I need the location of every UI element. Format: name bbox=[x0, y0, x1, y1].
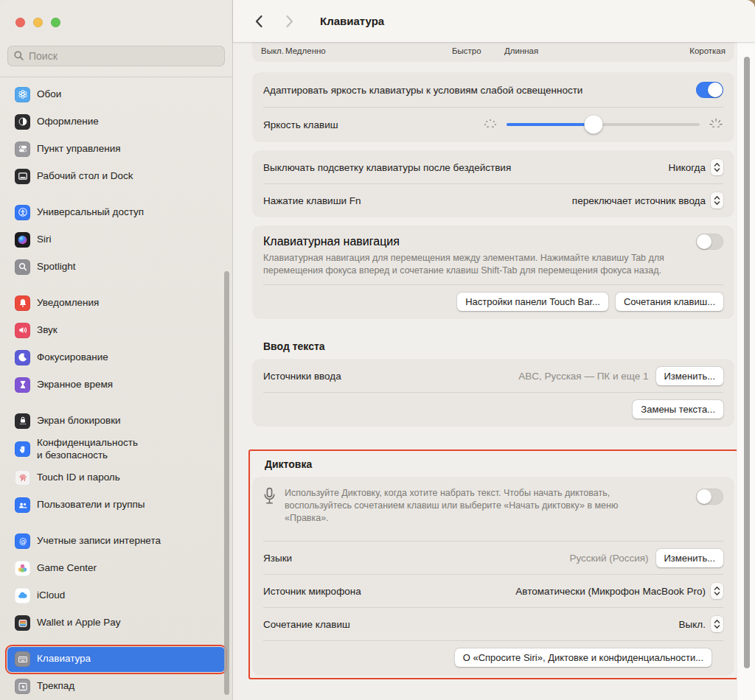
dictation-shortcut-value: Выкл. bbox=[679, 619, 706, 630]
sidebar-item-accessibility[interactable]: Универсальный доступ bbox=[7, 200, 225, 225]
dictation-toggle[interactable] bbox=[696, 489, 723, 505]
sidebar-item-internet-accounts[interactable]: @Учетные записи интернета bbox=[7, 529, 225, 554]
sidebar-item-sound[interactable]: Звук bbox=[7, 318, 225, 343]
backlight-card: Адаптировать яркость клавиатуры к услови… bbox=[253, 73, 734, 141]
lock-screen-icon bbox=[15, 413, 30, 429]
minimize-button[interactable] bbox=[33, 18, 43, 27]
sidebar-item-trackpad[interactable]: Трекпад bbox=[7, 674, 225, 699]
sidebar-item-control-center[interactable]: Пункт управления bbox=[7, 136, 225, 161]
control-center-icon bbox=[15, 141, 30, 157]
moon-icon bbox=[15, 350, 30, 365]
sidebar-item-wallpaper[interactable]: Обои bbox=[7, 82, 225, 107]
main-scrollbar[interactable] bbox=[744, 57, 750, 668]
game-center-icon bbox=[15, 561, 30, 576]
sidebar-group: Универсальный доступSiriSpotlight bbox=[7, 200, 225, 279]
key-repeat-card: Выкл. Медленно Быстро Длинная Короткая bbox=[253, 42, 734, 61]
sidebar-item-spotlight[interactable]: Spotlight bbox=[7, 254, 225, 279]
backlight-timeout-select[interactable]: Никогда bbox=[668, 159, 723, 175]
sidebar-item-screen-time[interactable]: Экранное время bbox=[7, 372, 225, 397]
microphone-icon bbox=[263, 487, 276, 509]
sidebar-item-label: Учетные записи интернета bbox=[37, 535, 161, 547]
chevron-up-down-icon bbox=[711, 159, 723, 175]
sidebar-item-keyboard[interactable]: Клавиатура bbox=[7, 647, 225, 672]
toolbar: Клавиатура bbox=[233, 0, 755, 42]
keyboard-brightness-low-icon bbox=[483, 118, 498, 131]
dictation-section-title: Диктовка bbox=[265, 458, 734, 470]
scrollbar-gutter bbox=[737, 42, 755, 700]
keyboard-nav-card: Клавиатурная навигация Клавиатурная нави… bbox=[253, 226, 734, 318]
about-siri-dictation-privacy-button[interactable]: О «Спросите Siri», Диктовке и конфиденци… bbox=[455, 648, 711, 667]
keyboard-nav-label: Клавиатурная навигация bbox=[263, 235, 400, 248]
tick-label-off: Выкл. bbox=[261, 46, 284, 55]
timeout-fn-card: Выключать подсветку клавиатуры после без… bbox=[253, 151, 734, 217]
tick-label-long: Длинная bbox=[504, 46, 538, 55]
sidebar-item-touch-id[interactable]: Touch ID и пароль bbox=[7, 466, 225, 491]
sidebar-group: Экран блокировкиКонфиденциальность и без… bbox=[7, 408, 225, 518]
sidebar-item-label: Уведомления bbox=[37, 297, 99, 309]
annotation-rect-dictation: Диктовка Используйте Диктовку, когда хот… bbox=[248, 449, 738, 679]
wallpaper-icon bbox=[15, 87, 30, 102]
sidebar-group: @Учетные записи интернетаGame CenteriClo… bbox=[7, 529, 225, 636]
sidebar-item-label: Пользователи и группы bbox=[37, 499, 145, 511]
sidebar-group: КлавиатураТрекпадПринтеры и сканеры bbox=[7, 647, 225, 700]
back-button[interactable] bbox=[249, 12, 268, 31]
sidebar-group: УведомленияЗвукФокусированиеЭкранное вре… bbox=[7, 290, 225, 397]
sidebar-item-label: Трекпад bbox=[37, 680, 74, 693]
sidebar-item-game-center[interactable]: Game Center bbox=[7, 556, 225, 581]
sidebar-item-lock-screen[interactable]: Экран блокировки bbox=[7, 408, 225, 433]
key-brightness-slider[interactable] bbox=[507, 123, 700, 126]
fn-key-select[interactable]: переключает источник ввода bbox=[572, 192, 723, 209]
search-input[interactable] bbox=[7, 46, 225, 66]
sidebar-item-label: Пункт управления bbox=[37, 143, 121, 155]
text-replacements-button[interactable]: Замены текста... bbox=[633, 400, 723, 419]
text-input-card: Источники ввода ABC, Русская — ПК и еще … bbox=[253, 360, 734, 426]
sidebar-item-label: Обои bbox=[37, 88, 61, 101]
sidebar-item-privacy-security[interactable]: Конфиденциальность и безопасность bbox=[7, 435, 225, 463]
keyboard-brightness-high-icon bbox=[709, 118, 723, 131]
touchbar-settings-button[interactable]: Настройки панели Touch Bar... bbox=[457, 293, 608, 311]
sidebar-item-label: Клавиатура bbox=[37, 653, 91, 665]
dictation-shortcut-label: Сочетание клавиш bbox=[263, 619, 350, 630]
hourglass-icon bbox=[15, 377, 30, 393]
sidebar-item-label: Рабочий стол и Dock bbox=[37, 170, 133, 183]
cloud-icon bbox=[15, 588, 30, 603]
sidebar-item-focus[interactable]: Фокусирование bbox=[7, 345, 225, 370]
keyboard-shortcuts-button[interactable]: Сочетания клавиш... bbox=[616, 293, 723, 311]
backlight-timeout-label: Выключать подсветку клавиатуры после без… bbox=[263, 162, 511, 173]
sidebar-scrollbar[interactable] bbox=[224, 271, 229, 695]
wallet-icon bbox=[15, 615, 30, 631]
page-title: Клавиатура bbox=[320, 15, 384, 27]
sidebar-item-wallet[interactable]: Wallet и Apple Pay bbox=[7, 611, 225, 636]
microphone-source-label: Источник микрофона bbox=[263, 586, 361, 597]
desktop-dock-icon bbox=[15, 169, 30, 184]
sidebar-item-icloud[interactable]: iCloud bbox=[7, 584, 225, 609]
keyboard-nav-toggle[interactable] bbox=[696, 234, 723, 250]
dictation-shortcut-select[interactable]: Выкл. bbox=[679, 616, 723, 632]
tick-label-fast: Быстро bbox=[452, 46, 481, 55]
privacy-hand-icon bbox=[15, 441, 30, 457]
close-button[interactable] bbox=[15, 18, 25, 27]
system-settings-window: ОбоиОформлениеПункт управленияРабочий ст… bbox=[0, 0, 755, 700]
sidebar-item-appearance[interactable]: Оформление bbox=[7, 109, 225, 134]
chevron-up-down-icon bbox=[711, 616, 723, 632]
key-brightness-label: Яркость клавиш bbox=[263, 119, 338, 130]
siri-icon bbox=[15, 232, 30, 248]
dictation-languages-value: Русский (Россия) bbox=[569, 553, 648, 564]
forward-button[interactable] bbox=[280, 12, 299, 31]
zoom-button[interactable] bbox=[51, 18, 60, 27]
sidebar-item-label: Wallet и Apple Pay bbox=[37, 617, 121, 629]
spotlight-icon bbox=[15, 259, 30, 275]
microphone-source-select[interactable]: Автоматически (Микрофон MacBook Pro) bbox=[515, 583, 723, 599]
adaptive-brightness-toggle[interactable] bbox=[696, 82, 723, 98]
sidebar-item-siri[interactable]: Siri bbox=[7, 227, 225, 252]
appearance-icon bbox=[15, 114, 30, 130]
sidebar-item-desktop-dock[interactable]: Рабочий стол и Dock bbox=[7, 164, 225, 189]
edit-languages-button[interactable]: Изменить... bbox=[656, 549, 723, 567]
sidebar-item-users-groups[interactable]: Пользователи и группы bbox=[7, 493, 225, 518]
edit-input-sources-button[interactable]: Изменить... bbox=[656, 367, 723, 385]
fn-key-value: переключает источник ввода bbox=[572, 195, 706, 206]
users-icon bbox=[15, 497, 30, 513]
sidebar-item-notifications[interactable]: Уведомления bbox=[7, 290, 225, 315]
at-icon: @ bbox=[15, 533, 30, 549]
dictation-description: Используйте Диктовку, когда хотите набра… bbox=[285, 487, 631, 524]
